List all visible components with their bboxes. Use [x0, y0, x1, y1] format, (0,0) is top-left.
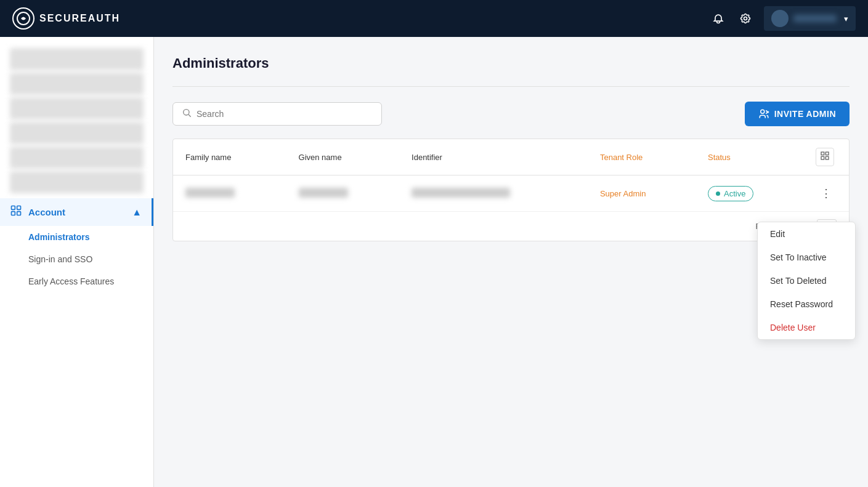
context-menu: Edit Set To Inactive Set To Deleted Rese…: [757, 222, 856, 340]
invite-icon: [758, 108, 769, 119]
page-title: Administrators: [172, 55, 850, 71]
given-name-value: [299, 188, 348, 198]
context-menu-delete-user[interactable]: Delete User: [758, 316, 855, 339]
sidebar-blurred-item: [10, 97, 144, 119]
status-badge: Active: [708, 186, 753, 201]
svg-point-8: [760, 110, 764, 113]
col-family-name: Family name: [173, 139, 286, 175]
cell-tenant-role: Super Admin: [588, 175, 696, 212]
administrators-table: Family name Given name Identifier Tenant…: [173, 139, 849, 211]
family-name-value: [185, 188, 235, 198]
status-dot: [716, 191, 720, 196]
sidebar-account-label: Account: [28, 207, 65, 217]
svg-rect-14: [825, 156, 829, 159]
table-container: Family name Given name Identifier Tenant…: [172, 139, 850, 241]
sidebar-blurred-item: [10, 122, 144, 144]
row-actions-button[interactable]: ⋮: [816, 184, 837, 203]
header-username: [793, 15, 837, 22]
col-status[interactable]: Status: [696, 139, 803, 175]
column-settings-button[interactable]: [816, 148, 834, 166]
sidebar-item-account[interactable]: Account ▲: [0, 198, 153, 226]
cell-identifier: [399, 175, 588, 212]
chevron-down-icon: ▾: [844, 14, 848, 23]
avatar: [771, 10, 789, 27]
svg-rect-4: [12, 212, 15, 215]
context-menu-reset-password[interactable]: Reset Password: [758, 292, 855, 316]
header-actions: ▾: [710, 6, 856, 31]
logo-icon: [12, 7, 34, 30]
col-given-name: Given name: [286, 139, 400, 175]
sidebar-blurred-item: [10, 147, 144, 169]
main-layout: Account ▲ Administrators Sign-in and SSO…: [0, 37, 868, 487]
cell-given-name: [286, 175, 400, 212]
notifications-button[interactable]: [710, 10, 727, 27]
search-box: [172, 102, 382, 126]
sidebar-account-left: Account: [10, 204, 65, 220]
svg-line-7: [189, 115, 191, 117]
invite-admin-button[interactable]: INVITE ADMIN: [745, 102, 850, 126]
status-label: Active: [724, 189, 745, 198]
sidebar-item-early-access[interactable]: Early Access Features: [0, 270, 153, 292]
content-area: Administrators: [154, 37, 868, 487]
context-menu-set-inactive[interactable]: Set To Inactive: [758, 246, 855, 269]
header: SECUREAUTH ▾: [0, 0, 868, 37]
user-menu-button[interactable]: ▾: [764, 6, 856, 31]
col-tenant-role[interactable]: Tenant Role: [588, 139, 696, 175]
svg-rect-5: [17, 212, 21, 215]
sidebar-item-administrators[interactable]: Administrators: [0, 226, 153, 248]
sidebar-account-chevron: ▲: [132, 207, 142, 218]
logo-text: SECUREAUTH: [39, 13, 120, 24]
search-icon: [182, 108, 192, 120]
sidebar-blurred-item: [10, 171, 144, 193]
sidebar-blurred-item: [10, 73, 144, 95]
svg-rect-3: [17, 206, 21, 210]
svg-rect-11: [821, 152, 824, 155]
search-input[interactable]: [197, 109, 373, 119]
sidebar-blurred-item: [10, 48, 144, 70]
svg-rect-2: [12, 206, 15, 210]
account-icon: [10, 204, 22, 220]
cell-status: Active: [696, 175, 803, 212]
invite-button-label: INVITE ADMIN: [774, 109, 836, 119]
toolbar: INVITE ADMIN: [172, 102, 850, 126]
sidebar: Account ▲ Administrators Sign-in and SSO…: [0, 37, 154, 487]
col-identifier: Identifier: [399, 139, 588, 175]
identifier-value: [412, 188, 510, 198]
context-menu-set-deleted[interactable]: Set To Deleted: [758, 269, 855, 292]
pagination-row: Rows per page: 10: [173, 211, 849, 241]
sidebar-item-sign-in-sso[interactable]: Sign-in and SSO: [0, 248, 153, 270]
svg-point-1: [744, 17, 747, 20]
svg-rect-12: [825, 152, 829, 155]
svg-rect-13: [821, 156, 824, 159]
svg-point-6: [184, 110, 189, 115]
cell-family-name: [173, 175, 286, 212]
settings-button[interactable]: [737, 10, 754, 27]
table-row: Super Admin Active ⋮: [173, 175, 849, 212]
logo: SECUREAUTH: [12, 7, 710, 30]
context-menu-edit[interactable]: Edit: [758, 222, 855, 246]
sidebar-blurred-section: [0, 43, 153, 198]
divider: [172, 86, 850, 87]
cell-row-menu: ⋮: [803, 175, 849, 212]
col-actions: [803, 139, 849, 175]
